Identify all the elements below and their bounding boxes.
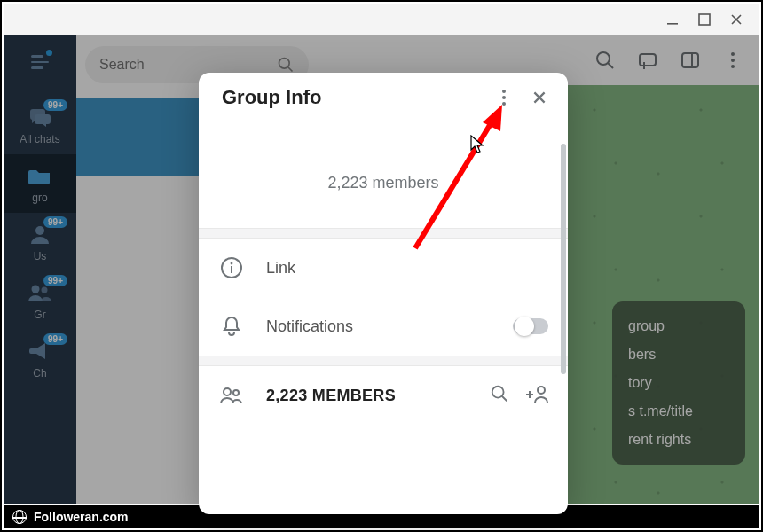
svg-line-8	[608, 63, 613, 68]
menu-item[interactable]: s t.me/title	[628, 397, 729, 426]
svg-point-18	[492, 387, 504, 398]
modal-body: 2,223 members Link Notifications 2,223 M…	[199, 117, 568, 514]
info-icon	[218, 254, 245, 281]
unread-badge: 99+	[43, 99, 67, 111]
group-context-menu: group bers tory s t.me/title rent rights	[612, 301, 745, 465]
hamburger-menu-button[interactable]	[22, 44, 58, 80]
sidepanel-icon[interactable]	[680, 50, 701, 71]
window-frame: 99+ All chats gro 99+ Us 99+	[0, 0, 763, 532]
add-member-button[interactable]	[525, 384, 548, 407]
notifications-toggle[interactable]	[513, 318, 548, 334]
svg-line-6	[288, 67, 293, 72]
svg-rect-9	[640, 54, 656, 66]
watermark-text: Followeran.com	[34, 510, 129, 524]
maximize-icon[interactable]	[697, 12, 712, 27]
menu-item[interactable]: group	[628, 312, 729, 340]
svg-point-17	[233, 390, 239, 395]
svg-point-5	[279, 59, 290, 69]
group-members-count: 2,223 members	[216, 174, 550, 192]
section-divider	[199, 228, 568, 239]
modal-title: Group Info	[222, 86, 481, 109]
menu-item[interactable]: tory	[628, 369, 729, 397]
more-icon[interactable]	[722, 50, 743, 71]
search-members-button[interactable]	[490, 384, 509, 407]
svg-point-2	[35, 226, 44, 235]
link-row[interactable]: Link	[199, 239, 568, 297]
people-icon	[218, 382, 245, 409]
search-input[interactable]	[99, 57, 241, 73]
sidebar-item-us[interactable]: 99+ Us	[4, 213, 76, 271]
close-icon[interactable]	[729, 12, 743, 27]
menu-item[interactable]: bers	[628, 340, 729, 369]
unread-badge: 99+	[43, 333, 67, 345]
row-label: 2,223 MEMBERS	[266, 387, 468, 405]
sidebar-item-gro[interactable]: gro	[4, 154, 76, 213]
row-label: Notifications	[266, 317, 492, 336]
sidebar-item-label: gro	[32, 192, 47, 204]
modal-close-button[interactable]	[527, 85, 552, 110]
svg-rect-0	[667, 23, 678, 25]
modal-header: Group Info	[199, 73, 568, 117]
globe-icon	[12, 510, 27, 524]
row-label: Link	[266, 259, 548, 278]
unread-badge: 99+	[43, 275, 67, 286]
svg-rect-11	[682, 53, 698, 67]
search-icon[interactable]	[594, 50, 616, 71]
sidebar-item-label: Us	[34, 250, 47, 262]
svg-point-7	[597, 52, 610, 65]
svg-point-16	[224, 388, 231, 395]
section-divider	[199, 356, 568, 366]
sidebar-item-label: All chats	[20, 133, 59, 145]
group-header-section: 2,223 members	[199, 117, 568, 228]
menu-item[interactable]: rent rights	[628, 426, 729, 454]
group-info-modal: Group Info 2,223 members Link Notificati…	[199, 73, 568, 514]
svg-point-22	[538, 387, 545, 394]
minimize-icon[interactable]	[665, 12, 680, 27]
svg-line-19	[502, 396, 507, 402]
svg-rect-15	[231, 266, 232, 273]
members-row[interactable]: 2,223 MEMBERS	[199, 366, 568, 425]
left-sidebar: 99+ All chats gro 99+ Us 99+	[4, 35, 76, 504]
search-icon	[277, 56, 295, 74]
sidebar-item-gr[interactable]: 99+ Gr	[4, 271, 76, 330]
hamburger-icon	[31, 55, 49, 69]
notification-dot-icon	[46, 50, 52, 56]
modal-more-button[interactable]	[492, 85, 516, 110]
sidebar-item-label: Ch	[33, 367, 46, 379]
modal-scrollbar[interactable]	[561, 144, 566, 374]
sidebar-item-ch[interactable]: 99+ Ch	[4, 330, 76, 388]
notifications-row[interactable]: Notifications	[199, 297, 568, 356]
svg-rect-1	[699, 14, 710, 25]
bell-icon	[218, 313, 245, 340]
window-titlebar	[4, 4, 759, 35]
svg-point-3	[32, 286, 40, 293]
sidebar-item-allchats[interactable]: 99+ All chats	[4, 96, 76, 154]
comments-icon[interactable]	[637, 50, 658, 71]
svg-point-14	[231, 262, 233, 265]
sidebar-item-label: Gr	[34, 309, 45, 321]
members-row-actions	[490, 384, 548, 407]
svg-point-4	[42, 287, 48, 293]
unread-badge: 99+	[43, 216, 67, 228]
folder-icon	[26, 163, 54, 188]
